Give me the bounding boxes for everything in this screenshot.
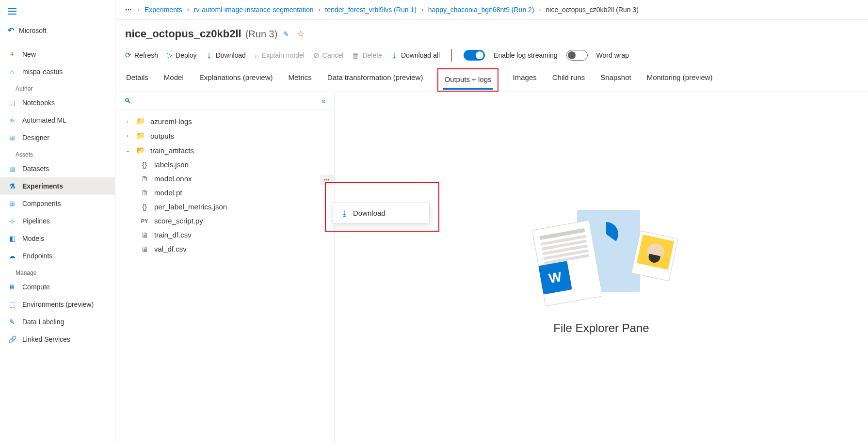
cancel-button: ⊘Cancel — [313, 51, 344, 60]
file-label: labels.json — [154, 160, 189, 169]
tab-explanations[interactable]: Explanations (preview) — [198, 68, 274, 92]
sidebar-item-workspace[interactable]: ⌂ mispa-eastus — [0, 63, 115, 80]
tab-datatransform[interactable]: Data transformation (preview) — [326, 68, 424, 92]
log-streaming-label: Enable log streaming — [494, 51, 558, 59]
tab-monitoring[interactable]: Monitoring (preview) — [646, 68, 714, 92]
edit-title-button[interactable]: ✎ — [281, 28, 291, 40]
compute-icon: 🖥 — [8, 283, 16, 291]
breadcrumb-run2[interactable]: happy_chaconia_bgn68nt9 (Run 2) — [428, 6, 534, 14]
sidebar-item-pipelines[interactable]: ⊹ Pipelines — [0, 212, 115, 230]
chevron-right-icon: › — [124, 133, 131, 139]
search-icon: ⌕ — [255, 51, 259, 60]
chevron-right-icon: › — [318, 6, 320, 13]
sidebar-item-automl[interactable]: ⚛ Automated ML — [0, 111, 115, 129]
tab-images[interactable]: Images — [512, 68, 538, 92]
file-label: per_label_metrics.json — [154, 203, 227, 211]
sidebar-item-label: Data Labeling — [22, 318, 64, 326]
tab-outputs[interactable]: Outputs + logs — [443, 70, 492, 90]
chevron-right-icon: › — [421, 6, 423, 13]
title-row: nice_octopus_cz0kb2ll (Run 3) ✎ ☆ — [115, 20, 868, 45]
sidebar-item-models[interactable]: ◧ Models — [0, 230, 115, 247]
back-button[interactable]: ↶ Microsoft — [0, 20, 115, 41]
context-item-label: Download — [353, 209, 386, 217]
sidebar-item-datasets[interactable]: ▦ Datasets — [0, 160, 115, 177]
sidebar-section-manage: Manage — [0, 265, 115, 278]
explain-button: ⌕Explain model — [255, 51, 305, 60]
tab-details[interactable]: Details — [125, 68, 149, 92]
chevron-right-icon: › — [187, 6, 189, 13]
download-icon: ⭳ — [391, 51, 398, 60]
deploy-button[interactable]: ▷Deploy — [167, 51, 197, 60]
environments-icon: ⬚ — [8, 300, 16, 309]
experiments-icon: ⚗ — [8, 182, 16, 190]
breadcrumb-ellipsis[interactable]: ⋯ — [125, 6, 133, 14]
sidebar-item-environments[interactable]: ⬚ Environments (preview) — [0, 296, 115, 313]
collapse-panel-button[interactable]: « — [321, 97, 325, 105]
notebook-icon: ▤ — [8, 98, 16, 107]
sidebar-item-designer[interactable]: ⊞ Designer — [0, 129, 115, 146]
file-tree: › 📁 azureml-logs › 📁 outputs ⌄ 📂 train_a… — [115, 110, 334, 260]
sidebar-item-label: Compute — [22, 283, 50, 291]
tab-childruns[interactable]: Child runs — [551, 68, 586, 92]
sidebar-item-endpoints[interactable]: ☁ Endpoints — [0, 247, 115, 265]
tree-folder-outputs[interactable]: › 📁 outputs — [115, 128, 334, 143]
csv-icon: 🗎 — [140, 245, 149, 253]
tree-file-valdf[interactable]: 🗎 val_df.csv — [115, 242, 334, 256]
sidebar-item-components[interactable]: ⊞ Components — [0, 195, 115, 212]
cancel-icon: ⊘ — [313, 51, 320, 60]
sidebar-item-label: Environments (preview) — [22, 301, 94, 308]
tree-file-pt[interactable]: 🗎 model.pt — [115, 186, 334, 200]
breadcrumb-run1[interactable]: tender_forest_vrbl9lvs (Run 1) — [325, 6, 416, 14]
trash-icon: 🗑 — [352, 51, 359, 60]
breadcrumb-experiment-name[interactable]: rv-automl-image-instance-segmentation — [194, 6, 314, 14]
download-all-button[interactable]: ⭳Download all — [391, 51, 440, 60]
folder-label: azureml-logs — [150, 117, 192, 126]
file-label: score_script.py — [154, 217, 203, 225]
tree-file-perlabel[interactable]: {} per_label_metrics.json — [115, 200, 334, 214]
json-icon: {} — [140, 160, 149, 169]
python-icon: PY — [140, 218, 149, 224]
sidebar-item-notebooks[interactable]: ▤ Notebooks — [0, 94, 115, 111]
tree-header: 🔍︎ « — [115, 92, 334, 110]
sidebar-item-linked[interactable]: 🔗 Linked Services — [0, 331, 115, 348]
sidebar-item-experiments[interactable]: ⚗ Experiments — [0, 177, 115, 195]
search-files-button[interactable]: 🔍︎ — [124, 97, 131, 105]
sidebar-item-label: Linked Services — [22, 335, 70, 343]
sidebar-item-compute[interactable]: 🖥 Compute — [0, 278, 115, 296]
sidebar-section-assets: Assets — [0, 146, 115, 160]
tree-file-labels[interactable]: {} labels.json — [115, 158, 334, 172]
word-wrap-toggle[interactable] — [566, 50, 588, 61]
tab-snapshot[interactable]: Snapshot — [599, 68, 632, 92]
preview-label: File Explorer Pane — [553, 321, 649, 335]
context-download[interactable]: ⭳ Download — [333, 203, 429, 223]
preview-pane: W File Explorer Pane — [335, 92, 868, 443]
hamburger-menu[interactable] — [0, 4, 115, 20]
tree-folder-azureml[interactable]: › 📁 azureml-logs — [115, 114, 334, 128]
download-icon: ⭳ — [206, 51, 213, 60]
sidebar-item-label: Pipelines — [22, 217, 50, 225]
refresh-button[interactable]: ⟳Refresh — [125, 51, 158, 60]
breadcrumb-experiments[interactable]: Experiments — [145, 6, 182, 14]
designer-icon: ⊞ — [8, 133, 16, 142]
tree-file-onnx[interactable]: 🗎 model.onnx ⋯ — [115, 172, 334, 186]
sidebar-item-label: Automated ML — [22, 116, 66, 124]
log-streaming-toggle[interactable] — [464, 50, 485, 61]
favorite-button[interactable]: ☆ — [295, 27, 306, 41]
tree-file-score[interactable]: PY score_script.py — [115, 214, 334, 228]
tree-folder-train[interactable]: ⌄ 📂 train_artifacts — [115, 143, 334, 158]
sidebar-item-datalabeling[interactable]: ✎ Data Labeling — [0, 313, 115, 331]
tab-model[interactable]: Model — [163, 68, 185, 92]
download-button[interactable]: ⭳Download — [206, 51, 246, 60]
labeling-icon: ✎ — [8, 317, 16, 326]
sidebar-item-label: Designer — [22, 134, 49, 142]
main-content: ⋯ › Experiments › rv-automl-image-instan… — [115, 0, 868, 443]
sidebar: ↶ Microsoft + New ⌂ mispa-eastus Author … — [0, 0, 115, 443]
sidebar-item-label: Notebooks — [22, 99, 55, 107]
tab-metrics[interactable]: Metrics — [287, 68, 312, 92]
file-more-button[interactable]: ⋯ — [320, 174, 334, 185]
components-icon: ⊞ — [8, 199, 16, 208]
file-icon: 🗎 — [140, 174, 149, 183]
json-icon: {} — [140, 203, 149, 211]
tree-file-traindf[interactable]: 🗎 train_df.csv — [115, 228, 334, 242]
sidebar-item-new[interactable]: + New — [0, 46, 115, 63]
